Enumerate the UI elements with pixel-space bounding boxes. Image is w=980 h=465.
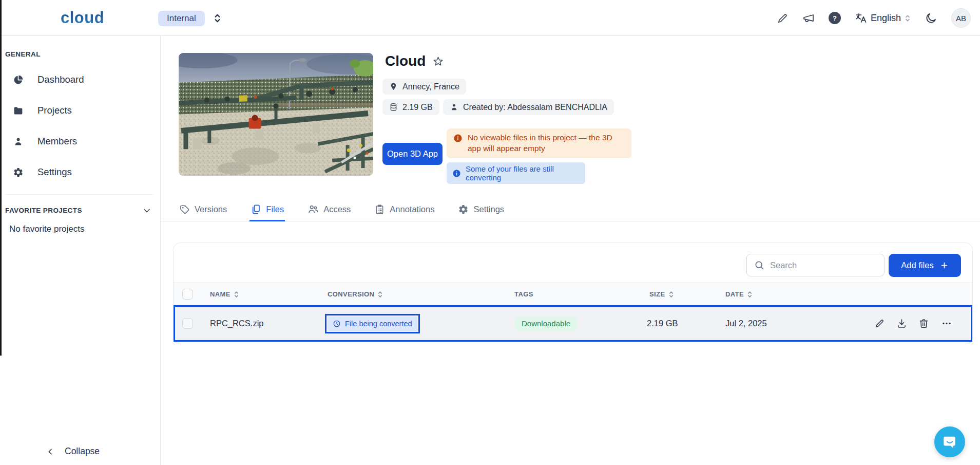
project-thumbnail — [179, 53, 373, 176]
screenshot-edge-artifact — [0, 0, 2, 356]
gear-icon — [458, 204, 469, 215]
dashboard-icon — [13, 75, 24, 85]
workspace-badge-label: Internal — [167, 13, 196, 24]
tags-cell: Downloadable — [515, 305, 577, 342]
column-header-size[interactable]: SIZE — [649, 283, 674, 306]
conversion-cell: File being converted — [325, 305, 420, 342]
column-header-conversion[interactable]: CONVERSION — [328, 283, 383, 306]
workspace-badge[interactable]: Internal — [158, 11, 205, 26]
tab-label: Files — [266, 204, 284, 214]
created-by-label: Created by: Abdessalam BENCHADLIA — [463, 103, 607, 112]
database-icon — [389, 103, 398, 111]
warning-info-icon — [453, 134, 463, 143]
person-icon — [450, 103, 458, 111]
person-icon — [13, 136, 24, 147]
favorite-star-icon[interactable] — [432, 55, 445, 68]
row-checkbox[interactable] — [182, 318, 193, 329]
tab-label: Annotations — [390, 204, 434, 214]
warning-alert-text: No viewable files in this project — the … — [468, 133, 625, 154]
file-name-cell: RPC_RCS.zip — [210, 305, 264, 342]
collapse-label: Collapse — [65, 446, 100, 457]
folder-icon — [13, 105, 24, 116]
sidebar-divider — [5, 194, 153, 195]
column-label: NAME — [210, 290, 230, 298]
rename-file-icon[interactable] — [874, 318, 885, 329]
edit-icon[interactable] — [777, 12, 789, 24]
download-file-icon[interactable] — [896, 318, 907, 329]
tab-annotations[interactable]: Annotations — [373, 197, 435, 221]
add-files-button[interactable]: Add files — [889, 254, 961, 277]
more-actions-icon[interactable] — [940, 318, 953, 329]
search-input[interactable] — [770, 261, 877, 270]
sidebar-item-projects[interactable]: Projects — [0, 99, 160, 122]
column-label: TAGS — [514, 290, 533, 298]
tab-access[interactable]: Access — [306, 197, 352, 221]
app-logo: cloud — [61, 9, 104, 27]
created-by-badge: Created by: Abdessalam BENCHADLIA — [443, 99, 614, 115]
project-size-badge: 2.19 GB — [382, 99, 439, 115]
location-pin-icon — [389, 82, 398, 91]
sidebar-item-label: Settings — [37, 166, 72, 178]
translate-icon — [855, 12, 867, 24]
favorites-collapse-chevron-icon[interactable] — [142, 206, 152, 216]
topbar: cloud Internal ? English — [0, 0, 980, 36]
sidebar-item-label: Projects — [37, 105, 72, 116]
row-actions — [874, 305, 953, 342]
language-selector[interactable]: English — [855, 12, 911, 24]
tab-versions[interactable]: Versions — [178, 197, 228, 221]
warning-alert: No viewable files in this project — the … — [447, 128, 631, 158]
column-label: DATE — [725, 290, 744, 298]
info-alert: Some of your files are still converting — [447, 162, 585, 184]
column-header-name[interactable]: NAME — [210, 283, 239, 306]
topbar-actions: ? English AB — [777, 0, 971, 36]
sidebar-item-members[interactable]: Members — [0, 129, 160, 153]
tab-bar: Versions Files Access — [178, 197, 505, 221]
search-icon — [754, 260, 764, 270]
sort-icon — [377, 291, 383, 298]
sidebar-item-dashboard[interactable]: Dashboard — [0, 68, 160, 91]
table-row[interactable]: RPC_RCS.zip File being converted Downloa… — [174, 305, 972, 342]
help-glyph: ? — [829, 12, 841, 24]
info-icon — [452, 169, 461, 178]
tab-settings[interactable]: Settings — [457, 197, 505, 221]
sort-icon — [747, 291, 753, 298]
delete-file-icon[interactable] — [918, 318, 929, 329]
files-icon — [251, 204, 261, 215]
sort-icon — [668, 291, 674, 298]
badge-highlight-annotation: File being converted — [325, 314, 420, 333]
open-3d-app-button[interactable]: Open 3D App — [382, 143, 443, 165]
project-size-label: 2.19 GB — [402, 103, 433, 112]
sidebar-collapse-button[interactable]: Collapse — [46, 446, 100, 457]
chat-bubble-icon — [942, 434, 957, 450]
conversion-status-label: File being converted — [345, 320, 412, 328]
column-header-date[interactable]: DATE — [725, 283, 753, 306]
file-date: Jul 2, 2025 — [725, 319, 767, 328]
files-panel: Add files NAME CONVERSION TAGS SIZE — [173, 243, 973, 344]
avatar-initials: AB — [956, 14, 966, 23]
info-alert-text: Some of your files are still converting — [466, 164, 580, 182]
add-files-label: Add files — [901, 261, 933, 270]
sidebar-item-label: Members — [37, 136, 77, 147]
tab-label: Versions — [195, 204, 227, 214]
select-all-checkbox[interactable] — [182, 289, 193, 300]
help-icon[interactable]: ? — [829, 12, 841, 24]
dark-mode-icon[interactable] — [925, 12, 937, 25]
main-content: Cloud Annecy, France 2.19 GB — [161, 36, 980, 465]
search-box — [746, 254, 885, 276]
workspace-switcher-icon[interactable] — [214, 13, 221, 23]
plus-icon — [940, 261, 949, 270]
people-icon — [308, 203, 319, 215]
avatar[interactable]: AB — [951, 8, 971, 28]
column-label: SIZE — [649, 290, 665, 298]
announcements-icon[interactable] — [802, 12, 815, 24]
size-cell: 2.19 GB — [647, 305, 678, 342]
chat-launcher-button[interactable] — [934, 426, 965, 457]
chevron-left-icon — [46, 448, 54, 456]
tab-label: Settings — [473, 204, 504, 214]
location-label: Annecy, France — [402, 82, 459, 91]
sidebar-item-settings[interactable]: Settings — [0, 160, 160, 184]
table-header: NAME CONVERSION TAGS SIZE DATE — [174, 282, 972, 305]
tab-files[interactable]: Files — [249, 197, 285, 221]
favorites-empty-text: No favorite projects — [9, 224, 84, 234]
file-size: 2.19 GB — [647, 319, 678, 328]
